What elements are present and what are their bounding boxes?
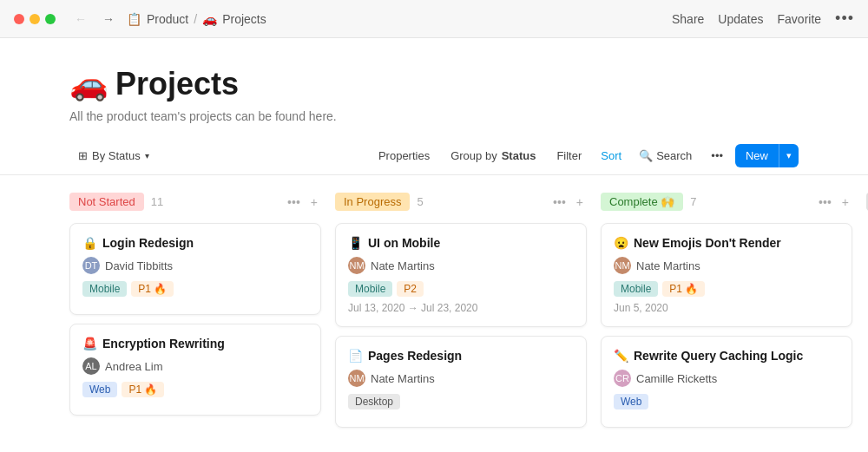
card-tags: Web	[614, 394, 839, 409]
board: Not Started11•••+🔒 Login RedesignDTDavid…	[0, 175, 868, 452]
breadcrumb: 📋 Product / 🚗 Projects	[127, 12, 266, 26]
sort-label: Sort	[601, 149, 621, 162]
card-emoji: 😦	[614, 236, 628, 250]
column-header-complete: Complete 🙌7•••+	[601, 189, 852, 214]
by-status-caret: ▾	[145, 151, 149, 160]
page-description: All the product team's projects can be f…	[69, 109, 799, 123]
close-dot[interactable]	[14, 14, 24, 24]
search-icon: 🔍	[639, 149, 653, 162]
by-status-button[interactable]: ⊞ By Status ▾	[69, 145, 158, 167]
column-actions: •••+	[549, 193, 587, 211]
by-status-icon: ⊞	[78, 149, 88, 162]
card-tag: Mobile	[348, 281, 392, 297]
card-person-name: Nate Martins	[371, 259, 435, 272]
card[interactable]: 😦 New Emojis Don't RenderNMNate MartinsM…	[601, 223, 852, 327]
sort-button[interactable]: Sort	[594, 145, 628, 167]
column-in-progress: In Progress5•••+📱 UI on MobileNMNate Mar…	[335, 189, 587, 438]
column-more-button[interactable]: •••	[815, 193, 835, 211]
card-title: 😦 New Emojis Don't Render	[614, 236, 839, 250]
new-button-group: New ▾	[735, 144, 799, 167]
card-tag: P2	[397, 281, 424, 297]
share-button[interactable]: Share	[672, 12, 704, 26]
new-button[interactable]: New	[735, 144, 779, 167]
properties-button[interactable]: Properties	[370, 145, 438, 167]
toolbar-right: Properties Group by Status Filter Sort 🔍…	[370, 144, 799, 167]
column-add-button[interactable]: +	[307, 193, 321, 211]
column-add-button[interactable]: +	[573, 193, 587, 211]
avatar: NM	[348, 257, 365, 274]
page-title: 🚗 Projects	[69, 66, 799, 102]
column-more-button[interactable]: •••	[284, 193, 304, 211]
avatar: CR	[614, 370, 631, 387]
status-badge: In Progress	[335, 193, 410, 211]
breadcrumb-separator: /	[194, 12, 197, 26]
toolbar: ⊞ By Status ▾ Properties Group by Status…	[0, 137, 868, 175]
card-person-name: Nate Martins	[371, 372, 435, 385]
card[interactable]: 📄 Pages RedesignNMNate MartinsDesktop	[335, 336, 587, 428]
card-tag: Desktop	[348, 394, 400, 409]
titlebar-actions: Share Updates Favorite •••	[672, 10, 854, 28]
traffic-lights	[14, 14, 56, 24]
breadcrumb-projects[interactable]: Projects	[222, 12, 266, 26]
card-date: Jun 5, 2020	[614, 302, 839, 314]
page-title-text: Projects	[115, 66, 239, 102]
card-person-name: David Tibbitts	[105, 259, 173, 272]
column-count: 7	[690, 195, 696, 208]
card-tag: P1 🔥	[122, 382, 164, 397]
toolbar-more-button[interactable]: •••	[702, 145, 732, 167]
card-person-name: Andrea Lim	[105, 360, 162, 373]
group-by-button[interactable]: Group by Status	[442, 145, 544, 167]
more-button[interactable]: •••	[835, 10, 854, 28]
column-complete: Complete 🙌7•••+😦 New Emojis Don't Render…	[601, 189, 852, 438]
column-header-not-started: Not Started11•••+	[69, 189, 321, 214]
column-more-button[interactable]: •••	[549, 193, 569, 211]
card-person: DTDavid Tibbitts	[82, 257, 308, 274]
column-not-started: Not Started11•••+🔒 Login RedesignDTDavid…	[69, 189, 321, 438]
by-status-label: By Status	[92, 149, 141, 162]
properties-label: Properties	[378, 149, 430, 162]
card-tags: MobileP1 🔥	[82, 281, 308, 297]
column-count: 11	[151, 195, 163, 208]
breadcrumb-icon: 📋	[127, 12, 141, 26]
new-button-caret[interactable]: ▾	[779, 144, 799, 167]
card[interactable]: 🔒 Login RedesignDTDavid TibbittsMobileP1…	[69, 223, 321, 315]
page-emoji: 🚗	[69, 66, 108, 102]
card-tags: WebP1 🔥	[82, 382, 308, 397]
card-tag: Web	[82, 382, 117, 397]
card-tag: Mobile	[82, 281, 127, 297]
filter-button[interactable]: Filter	[548, 145, 590, 167]
card-person: CRCamille Ricketts	[614, 370, 839, 387]
forward-button[interactable]: →	[99, 10, 118, 28]
breadcrumb-product[interactable]: Product	[147, 12, 188, 26]
page-header: 🚗 Projects All the product team's projec…	[0, 38, 868, 137]
card-person: NMNate Martins	[348, 257, 574, 274]
minimize-dot[interactable]	[30, 14, 40, 24]
avatar: NM	[348, 370, 365, 387]
card[interactable]: 🚨 Encryption RewritingALAndrea LimWebP1 …	[69, 324, 321, 416]
favorite-button[interactable]: Favorite	[778, 12, 822, 26]
card-title: 🔒 Login Redesign	[82, 236, 308, 250]
column-add-button[interactable]: +	[838, 193, 852, 211]
search-button[interactable]: 🔍 Search	[632, 145, 699, 167]
search-label: Search	[656, 149, 692, 162]
column-header-in-progress: In Progress5•••+	[335, 189, 587, 214]
maximize-dot[interactable]	[45, 14, 56, 24]
card-person: NMNate Martins	[614, 257, 839, 274]
card[interactable]: 📱 UI on MobileNMNate MartinsMobileP2Jul …	[335, 223, 587, 327]
card-person-name: Camille Ricketts	[636, 372, 717, 385]
updates-button[interactable]: Updates	[718, 12, 763, 26]
card[interactable]: ✏️ Rewrite Query Caching LogicCRCamille …	[601, 336, 852, 428]
column-actions: •••+	[815, 193, 852, 211]
card-date: Jul 13, 2020 → Jul 23, 2020	[348, 302, 574, 314]
card-person: NMNate Martins	[348, 370, 574, 387]
card-title: 📄 Pages Redesign	[348, 349, 574, 363]
back-button[interactable]: ←	[71, 10, 90, 28]
card-person-name: Nate Martins	[636, 259, 700, 272]
status-badge: Not Started	[69, 193, 144, 211]
card-emoji: 🔒	[82, 236, 97, 250]
card-emoji: 📄	[348, 349, 363, 363]
card-emoji: 📱	[348, 236, 363, 250]
breadcrumb-projects-icon: 🚗	[202, 12, 217, 26]
card-tags: Desktop	[348, 394, 574, 409]
titlebar: ← → 📋 Product / 🚗 Projects Share Updates…	[0, 0, 868, 38]
